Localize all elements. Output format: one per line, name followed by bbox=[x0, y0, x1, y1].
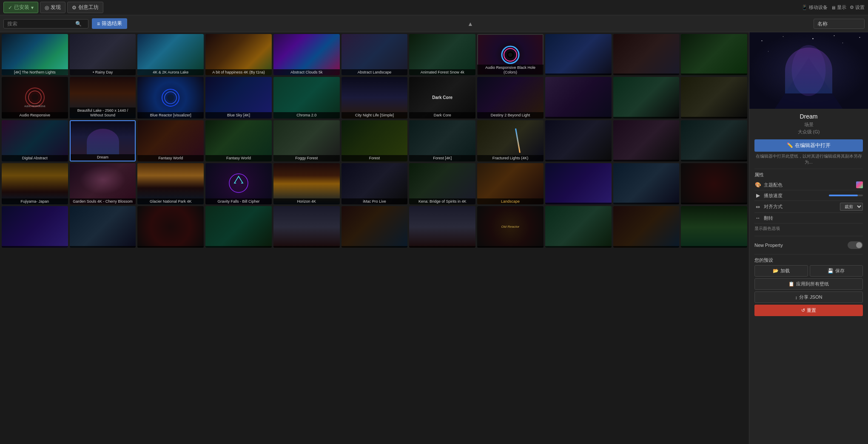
list-item[interactable]: Old Reactor bbox=[477, 206, 544, 247]
search-input[interactable] bbox=[7, 21, 75, 27]
list-item[interactable]: A bit of happiness 4K (By t1na) bbox=[205, 34, 272, 75]
list-item[interactable]: Destiny 2 Beyond Light bbox=[477, 77, 544, 118]
list-item[interactable] bbox=[613, 34, 680, 75]
save-preset-button[interactable]: 💾 保存 bbox=[810, 265, 863, 277]
speed-slider[interactable] bbox=[829, 195, 863, 196]
workshop-tab[interactable]: ⚙ 创意工坊 bbox=[67, 2, 103, 13]
list-item[interactable]: Animated Forest Snow 4k bbox=[409, 34, 475, 75]
property-flip-label: 翻转 bbox=[764, 215, 773, 221]
list-item[interactable] bbox=[545, 163, 612, 204]
sort-select[interactable]: 名称 评分 最新 bbox=[814, 19, 865, 29]
divider-3 bbox=[754, 254, 863, 255]
svg-point-3 bbox=[508, 53, 512, 57]
list-item[interactable]: [4K] The Northern Lights bbox=[2, 34, 68, 75]
list-item[interactable] bbox=[681, 163, 747, 204]
load-preset-button[interactable]: 📂 加载 bbox=[754, 265, 808, 277]
list-item[interactable]: Abstract Clouds 5k bbox=[273, 34, 340, 75]
list-item[interactable]: Fantasy World bbox=[137, 120, 204, 161]
list-item[interactable]: Blue Sky [4K] bbox=[205, 77, 272, 118]
list-item[interactable]: Forest bbox=[342, 120, 408, 161]
list-item[interactable] bbox=[681, 206, 747, 247]
collapse-arrow[interactable]: ▲ bbox=[464, 20, 477, 27]
list-item[interactable]: Garden Souls 4K - Cherry Blossom bbox=[70, 163, 136, 204]
panel-info: Dream 场景 大众级 (G) ✏️ 在编辑器中打开 在编辑器中打开此壁纸，以… bbox=[749, 109, 868, 320]
thumbnail bbox=[681, 120, 747, 161]
discover-tab[interactable]: ◎ 发现 bbox=[40, 2, 65, 13]
list-item[interactable] bbox=[681, 34, 747, 75]
apply-all-button[interactable]: 📋 应用到所有壁纸 bbox=[754, 278, 863, 290]
list-item[interactable]: Digital Abstract bbox=[2, 120, 68, 161]
apply-icon: 📋 bbox=[788, 281, 794, 287]
filter-button[interactable]: ≡ 筛选结果 bbox=[92, 18, 127, 29]
list-item[interactable] bbox=[2, 206, 68, 247]
installed-icon: ✓ bbox=[8, 5, 12, 11]
mobile-button[interactable]: 📱 移动设备 bbox=[802, 4, 828, 11]
list-item[interactable]: Foggy Forest bbox=[273, 120, 340, 161]
display-icon: 🖥 bbox=[831, 5, 836, 10]
list-item[interactable]: Glacier National Park 4K bbox=[137, 163, 204, 204]
list-item[interactable] bbox=[613, 206, 680, 247]
selected-wallpaper-title: Dream bbox=[754, 113, 863, 120]
list-item[interactable]: Kena: Bridge of Spirits in 4K bbox=[409, 163, 475, 204]
list-item[interactable]: Abstract Landscape bbox=[342, 34, 408, 75]
svg-point-18 bbox=[783, 36, 784, 37]
list-item[interactable]: iMac Pro Live bbox=[342, 163, 408, 204]
settings-button[interactable]: ⚙ 设置 bbox=[850, 4, 865, 11]
list-item[interactable]: Fantasy World bbox=[205, 120, 272, 161]
list-item[interactable]: Audio Responsive Black Hole (Colors) bbox=[477, 34, 544, 75]
property-speed: ▶ 播放速度 bbox=[754, 190, 863, 201]
list-item[interactable] bbox=[681, 77, 747, 118]
installed-tab[interactable]: ✓ 已安装 ▾ bbox=[3, 2, 38, 13]
new-property-toggle[interactable] bbox=[848, 241, 863, 249]
list-item[interactable]: Fujiyama- Japan bbox=[2, 163, 68, 204]
list-item[interactable] bbox=[613, 120, 680, 161]
share-json-button[interactable]: ↕ 分享 JSON bbox=[754, 291, 863, 303]
properties-section-title: 属性 bbox=[754, 172, 863, 178]
item-label bbox=[613, 160, 680, 161]
search-input-wrap[interactable]: 🔍 bbox=[3, 19, 88, 28]
list-item[interactable] bbox=[70, 206, 136, 247]
list-item[interactable]: Dream bbox=[70, 120, 136, 161]
list-item[interactable]: Blue Reactor [visualizer] bbox=[137, 77, 204, 118]
open-editor-note: 在编辑器中打开此壁纸，以对其进行编辑或将其副本另存为... bbox=[754, 153, 863, 165]
reset-button[interactable]: ↺ 重置 bbox=[754, 305, 863, 316]
list-item[interactable] bbox=[545, 120, 612, 161]
list-item[interactable]: Fractured Lights (4K) bbox=[477, 120, 544, 161]
item-label: Garden Souls 4K - Cherry Blossom bbox=[70, 198, 136, 205]
alignment-dropdown[interactable]: 裁剪 填充 适应 bbox=[840, 203, 863, 211]
item-label bbox=[545, 160, 612, 161]
list-item[interactable]: City Night Life [Simple] bbox=[342, 77, 408, 118]
item-label: Destiny 2 Beyond Light bbox=[477, 112, 544, 119]
new-property-row: New Property bbox=[754, 239, 863, 252]
list-item[interactable]: 4K & 2K Aurora Lake bbox=[137, 34, 204, 75]
color-swatch[interactable] bbox=[856, 181, 863, 188]
gallery-grid: [4K] The Northern Lights • Rainy Day 4K … bbox=[2, 34, 747, 248]
list-item[interactable] bbox=[613, 163, 680, 204]
list-item[interactable] bbox=[545, 206, 612, 247]
list-item[interactable]: Dark Core Dark Core bbox=[409, 77, 475, 118]
list-item[interactable] bbox=[205, 206, 272, 247]
open-editor-button[interactable]: ✏️ 在编辑器中打开 bbox=[754, 139, 863, 152]
display-button[interactable]: 🖥 显示 bbox=[831, 4, 846, 11]
list-item[interactable] bbox=[273, 206, 340, 247]
list-item[interactable] bbox=[613, 77, 680, 118]
list-item[interactable] bbox=[681, 120, 747, 161]
list-item[interactable]: AUDIO RESPONSIVE Audio Responsive bbox=[2, 77, 68, 118]
list-item[interactable] bbox=[342, 206, 408, 247]
open-editor-label: 在编辑器中打开 bbox=[795, 142, 831, 148]
list-item[interactable] bbox=[137, 206, 204, 247]
list-item[interactable]: Landscape bbox=[477, 163, 544, 204]
list-item[interactable] bbox=[409, 206, 475, 247]
list-item[interactable]: Beautiful Lake - 2560 x 1440 / Without S… bbox=[70, 77, 136, 118]
property-label-wrap: ▶ 播放速度 bbox=[754, 192, 783, 199]
gallery[interactable]: [4K] The Northern Lights • Rainy Day 4K … bbox=[0, 32, 749, 444]
list-item[interactable]: Forest [4K] bbox=[409, 120, 475, 161]
item-label bbox=[2, 246, 68, 248]
list-item[interactable]: Gravity Falls - Bill Cipher bbox=[205, 163, 272, 204]
list-item[interactable]: • Rainy Day bbox=[70, 34, 136, 75]
item-label: Audio Responsive Black Hole (Colors) bbox=[477, 65, 544, 76]
list-item[interactable]: Chroma 2.0 bbox=[273, 77, 340, 118]
list-item[interactable] bbox=[545, 34, 612, 75]
list-item[interactable]: Horizon 4K bbox=[273, 163, 340, 204]
list-item[interactable] bbox=[545, 77, 612, 118]
